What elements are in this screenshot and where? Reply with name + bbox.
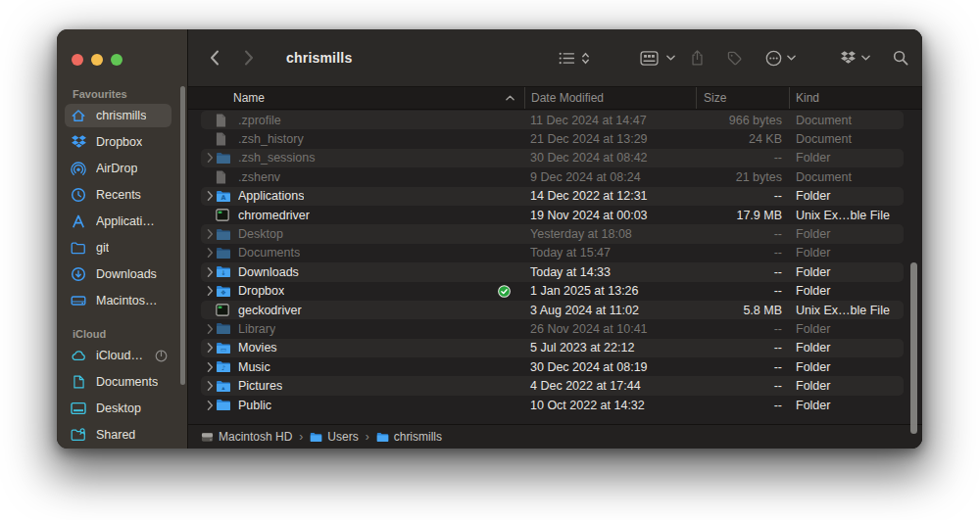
- file-kind: Folder: [789, 227, 904, 241]
- folder-icon: [310, 432, 322, 443]
- sidebar-item-shared[interactable]: Shared: [65, 423, 172, 447]
- file-kind: Document: [789, 132, 904, 146]
- sidebar-item-downloads[interactable]: Downloads: [65, 262, 172, 286]
- file-size: --: [696, 399, 789, 412]
- disclosure-chevron-icon[interactable]: [204, 362, 216, 372]
- svg-text:♪: ♪: [221, 365, 225, 373]
- sidebar-item-label: iCloud…: [96, 349, 143, 362]
- hard-drive-icon: [71, 293, 86, 308]
- disclosure-chevron-icon[interactable]: [204, 248, 216, 258]
- sidebar-item-label: Recents: [96, 188, 141, 202]
- disclosure-chevron-icon[interactable]: [204, 267, 216, 277]
- vertical-scrollbar[interactable]: [910, 262, 917, 434]
- file-row-desktop[interactable]: DesktopYesterday at 18:08--Folder: [201, 224, 904, 243]
- file-row-pictures[interactable]: ▴Pictures4 Dec 2022 at 17:44--Folder: [201, 376, 904, 395]
- file-row--zprofile[interactable]: .zprofile11 Dec 2024 at 14:47966 bytesDo…: [201, 111, 904, 129]
- dropbox-chevron-icon[interactable]: [861, 55, 870, 61]
- folder-icon: [216, 399, 232, 411]
- folder-icon: [71, 240, 86, 256]
- sidebar-item-documents[interactable]: Documents: [65, 370, 172, 394]
- file-row-music[interactable]: ♪Music30 Dec 2024 at 08:19--Folder: [201, 357, 904, 376]
- document-icon: [216, 114, 232, 127]
- path-item-users[interactable]: Users: [310, 430, 358, 444]
- file-name: Desktop: [238, 227, 283, 241]
- disclosure-chevron-icon[interactable]: [204, 401, 216, 410]
- disclosure-chevron-icon[interactable]: [204, 153, 216, 163]
- sidebar-item-applicati-[interactable]: Applicati…: [65, 210, 172, 233]
- file-size: 24 KB: [696, 132, 789, 146]
- sort-chevrons-icon[interactable]: [581, 51, 590, 66]
- file-row-dropbox[interactable]: ❖Dropbox1 Jan 2025 at 13:26--Folder: [201, 282, 904, 301]
- column-header-date-modified[interactable]: Date Modified: [524, 87, 696, 109]
- file-row-movies[interactable]: ▭Movies5 Jul 2023 at 22:12--Folder: [201, 339, 904, 357]
- file-row-geckodriver[interactable]: geckodriver3 Aug 2024 at 11:025.8 MBUnix…: [201, 301, 904, 319]
- file-row-chromedriver[interactable]: chromedriver19 Nov 2024 at 00:0317.9 MBU…: [201, 206, 904, 224]
- date-modified: Yesterday at 18:08: [524, 227, 696, 241]
- file-name: Library: [238, 322, 275, 336]
- disclosure-chevron-icon[interactable]: [204, 343, 216, 353]
- file-row--zshenv[interactable]: .zshenv9 Dec 2024 at 08:2421 bytesDocume…: [201, 167, 904, 186]
- file-row--zsh-history[interactable]: .zsh_history21 Dec 2024 at 13:2924 KBDoc…: [201, 129, 904, 148]
- grouping-icon[interactable]: [640, 51, 659, 66]
- sidebar-item-airdrop[interactable]: AirDrop: [65, 157, 172, 180]
- folder-icon: [216, 228, 232, 241]
- file-list: .zprofile11 Dec 2024 at 14:47966 bytesDo…: [188, 110, 922, 424]
- more-options-icon[interactable]: [765, 50, 782, 67]
- file-name: Applications: [238, 189, 304, 203]
- path-item-chrismills[interactable]: chrismills: [376, 430, 442, 444]
- forward-button[interactable]: [244, 50, 254, 66]
- sidebar-item-dropbox[interactable]: Dropbox: [65, 130, 172, 154]
- sidebar-item-chrismills[interactable]: chrismills: [65, 104, 172, 127]
- sidebar-item-recents[interactable]: Recents: [65, 183, 172, 207]
- folder-icon: [216, 247, 232, 260]
- disclosure-chevron-icon[interactable]: [204, 286, 216, 296]
- sidebar-item-icloud-[interactable]: iCloud…: [65, 344, 172, 367]
- disclosure-chevron-icon[interactable]: [204, 229, 216, 239]
- airdrop-icon: [71, 161, 86, 176]
- zoom-button[interactable]: [111, 54, 122, 66]
- file-row-documents[interactable]: DocumentsToday at 15:47--Folder: [201, 244, 904, 262]
- file-row-applications[interactable]: AApplications14 Dec 2022 at 12:31--Folde…: [201, 187, 904, 206]
- sidebar-scrollbar[interactable]: [180, 86, 185, 385]
- sidebar-item-macintos-[interactable]: Macintos…: [65, 289, 172, 312]
- list-view-icon[interactable]: [559, 52, 575, 65]
- synced-check-badge-icon: [498, 285, 511, 298]
- file-size: --: [696, 284, 789, 298]
- file-row-library[interactable]: Library26 Nov 2024 at 10:41--Folder: [201, 319, 904, 338]
- sidebar-item-label: Dropbox: [96, 135, 142, 149]
- svg-text:A: A: [220, 194, 225, 202]
- file-kind: Folder: [789, 151, 904, 165]
- file-kind: Folder: [789, 265, 904, 279]
- minimize-button[interactable]: [91, 54, 103, 66]
- back-button[interactable]: [210, 50, 220, 66]
- date-modified: Today at 15:47: [524, 246, 696, 260]
- sidebar-item-git[interactable]: git: [65, 236, 172, 260]
- column-header-label: Size: [704, 91, 726, 105]
- file-row-downloads[interactable]: ↓DownloadsToday at 14:33--Folder: [201, 262, 904, 281]
- file-row--zsh-sessions[interactable]: .zsh_sessions30 Dec 2024 at 08:42--Folde…: [201, 149, 904, 167]
- dropbox-icon[interactable]: [841, 51, 856, 65]
- folder-icon: [376, 432, 389, 443]
- file-kind: Folder: [789, 379, 904, 393]
- column-header-name[interactable]: Name: [188, 87, 524, 109]
- file-size: 966 bytes: [696, 114, 789, 127]
- recents-clock-icon: [71, 187, 86, 203]
- file-row-public[interactable]: Public10 Oct 2022 at 14:32--Folder: [201, 396, 904, 414]
- search-icon[interactable]: [893, 50, 908, 66]
- disclosure-chevron-icon[interactable]: [204, 324, 216, 334]
- finder-window: chrismills NameDate ModifiedSizeKind .zp…: [57, 29, 922, 449]
- column-header-kind[interactable]: Kind: [789, 87, 922, 109]
- sidebar-item-desktop[interactable]: Desktop: [65, 397, 172, 420]
- more-chevron-icon[interactable]: [787, 55, 796, 61]
- close-button[interactable]: [72, 54, 83, 66]
- disclosure-chevron-icon[interactable]: [204, 191, 216, 201]
- grouping-chevron-icon[interactable]: [666, 55, 675, 61]
- file-name: .zsh_history: [238, 132, 304, 146]
- sidebar-item-label: chrismills: [96, 109, 146, 122]
- path-item-macintosh-hd[interactable]: Macintosh HD: [201, 430, 292, 444]
- disclosure-chevron-icon[interactable]: [204, 381, 216, 391]
- desktop-icon: [71, 401, 86, 416]
- file-size: 17.9 MB: [696, 209, 789, 222]
- file-size: 5.8 MB: [696, 304, 789, 317]
- column-header-size[interactable]: Size: [696, 87, 789, 109]
